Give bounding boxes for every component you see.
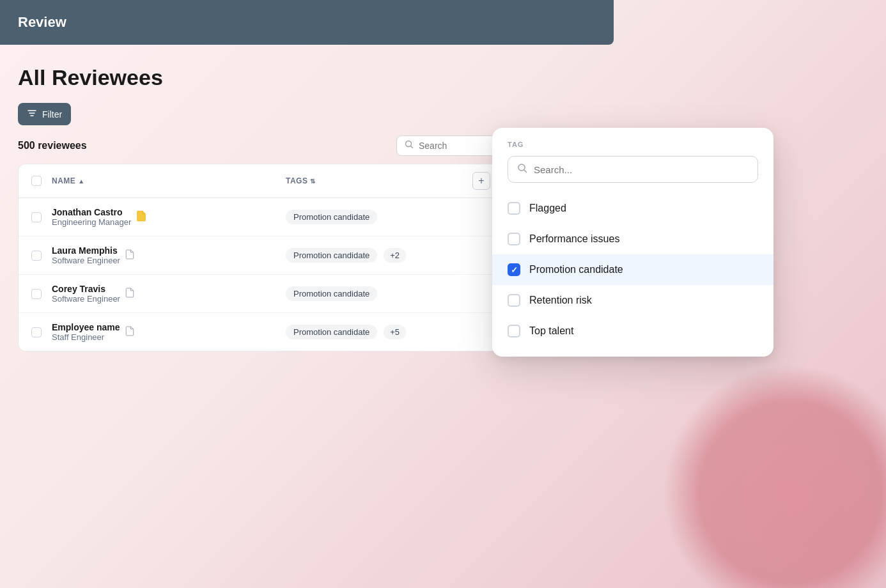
employee-name: Employee name bbox=[52, 322, 120, 332]
dropdown-item-top-talent[interactable]: Top talent bbox=[492, 316, 773, 346]
dropdown-item-label: Performance issues bbox=[529, 233, 619, 245]
dropdown-checkbox-flagged[interactable] bbox=[508, 202, 520, 215]
add-column-button[interactable]: + bbox=[472, 172, 490, 190]
table-row: Corey Travis Software Engineer Promotion… bbox=[19, 275, 503, 313]
employee-role: Software Engineer bbox=[52, 294, 120, 304]
dropdown-item-promotion[interactable]: Promotion candidate bbox=[492, 254, 773, 285]
row-4-tags: Promotion candidate +5 bbox=[286, 325, 490, 339]
dropdown-item-label: Retention risk bbox=[529, 295, 592, 306]
dropdown-item-flagged[interactable]: Flagged bbox=[492, 193, 773, 224]
dropdown-checkbox-performance[interactable] bbox=[508, 233, 520, 245]
dropdown-checkbox-top-talent[interactable] bbox=[508, 325, 520, 337]
table-row: Employee name Staff Engineer Promotion c… bbox=[19, 313, 503, 351]
dropdown-header: TAG bbox=[492, 128, 773, 183]
table-row: Laura Memphis Software Engineer Promotio… bbox=[19, 236, 503, 275]
select-all-checkbox[interactable] bbox=[31, 176, 42, 186]
svg-line-4 bbox=[411, 146, 413, 148]
dropdown-item-label: Promotion candidate bbox=[529, 264, 623, 275]
tag-pill: Promotion candidate bbox=[286, 286, 377, 301]
name-sort-icon[interactable]: ▲ bbox=[78, 178, 84, 185]
doc-icon-gold bbox=[136, 210, 146, 224]
dropdown-label: TAG bbox=[508, 141, 758, 148]
dropdown-checkbox-retention[interactable] bbox=[508, 294, 520, 307]
dropdown-item-label: Top talent bbox=[529, 325, 573, 337]
doc-icon-gray bbox=[125, 288, 134, 300]
filter-icon bbox=[27, 108, 37, 120]
dropdown-item-performance[interactable]: Performance issues bbox=[492, 224, 773, 254]
row-4-checkbox[interactable] bbox=[31, 327, 42, 337]
dropdown-item-label: Flagged bbox=[529, 203, 566, 214]
header-bar: Review bbox=[0, 0, 614, 45]
svg-line-6 bbox=[524, 170, 527, 173]
dropdown-search-icon bbox=[517, 163, 527, 176]
tag-dropdown: TAG Flagged Performance issues Promotion bbox=[492, 128, 773, 357]
row-3-tags: Promotion candidate bbox=[286, 286, 490, 301]
reviewees-count: 500 reviewees bbox=[18, 140, 87, 151]
table-row: Jonathan Castro Engineering Manager Prom… bbox=[19, 198, 503, 236]
employee-name: Jonathan Castro bbox=[52, 207, 131, 217]
row-1-checkbox[interactable] bbox=[31, 212, 42, 222]
row-3-checkbox[interactable] bbox=[31, 289, 42, 299]
dropdown-checkbox-promotion[interactable] bbox=[508, 263, 520, 276]
tag-pill: Promotion candidate bbox=[286, 248, 377, 263]
table-header: NAME ▲ TAGS ⇅ + bbox=[19, 164, 503, 198]
reviewees-table: NAME ▲ TAGS ⇅ + bbox=[18, 164, 504, 352]
dropdown-item-retention[interactable]: Retention risk bbox=[492, 285, 773, 316]
reviewees-row: 500 reviewees bbox=[18, 135, 504, 156]
row-4-name-cell: Employee name Staff Engineer bbox=[52, 322, 286, 342]
row-2-checkbox[interactable] bbox=[31, 251, 42, 261]
doc-icon-gray bbox=[125, 326, 134, 338]
employee-role: Engineering Manager bbox=[52, 217, 131, 227]
row-3-name-cell: Corey Travis Software Engineer bbox=[52, 284, 286, 304]
row-2-tags: Promotion candidate +2 bbox=[286, 248, 490, 263]
tag-count: +5 bbox=[384, 325, 406, 339]
dropdown-search-wrapper bbox=[508, 156, 758, 183]
tags-col-label: TAGS bbox=[286, 176, 307, 185]
page-title: All Reviewees bbox=[18, 65, 868, 90]
tag-count: +2 bbox=[384, 248, 406, 263]
tags-sort-icon[interactable]: ⇅ bbox=[310, 178, 316, 185]
filter-bar: Filter bbox=[18, 103, 868, 125]
tags-column-header: TAGS ⇅ + bbox=[286, 172, 490, 190]
employee-name: Corey Travis bbox=[52, 284, 120, 294]
bg-decoration bbox=[662, 364, 886, 588]
header-title: Review bbox=[18, 14, 596, 31]
name-col-label: NAME bbox=[52, 176, 75, 185]
employee-role: Software Engineer bbox=[52, 256, 120, 265]
employee-name: Laura Memphis bbox=[52, 245, 120, 256]
row-2-name-cell: Laura Memphis Software Engineer bbox=[52, 245, 286, 265]
doc-icon-gray bbox=[125, 249, 134, 261]
search-wrapper bbox=[396, 135, 504, 156]
filter-button[interactable]: Filter bbox=[18, 103, 71, 125]
filter-label: Filter bbox=[42, 109, 62, 120]
row-1-tags: Promotion candidate bbox=[286, 210, 490, 224]
tag-pill: Promotion candidate bbox=[286, 210, 377, 224]
tag-pill: Promotion candidate bbox=[286, 325, 377, 339]
dropdown-search-input[interactable] bbox=[534, 164, 749, 175]
employee-role: Staff Engineer bbox=[52, 332, 120, 342]
row-1-name-cell: Jonathan Castro Engineering Manager bbox=[52, 207, 286, 227]
select-all-cell bbox=[31, 176, 52, 186]
search-icon bbox=[405, 140, 414, 151]
dropdown-items: Flagged Performance issues Promotion can… bbox=[492, 188, 773, 357]
search-input[interactable] bbox=[419, 141, 495, 151]
name-column-header: NAME ▲ bbox=[52, 176, 286, 185]
